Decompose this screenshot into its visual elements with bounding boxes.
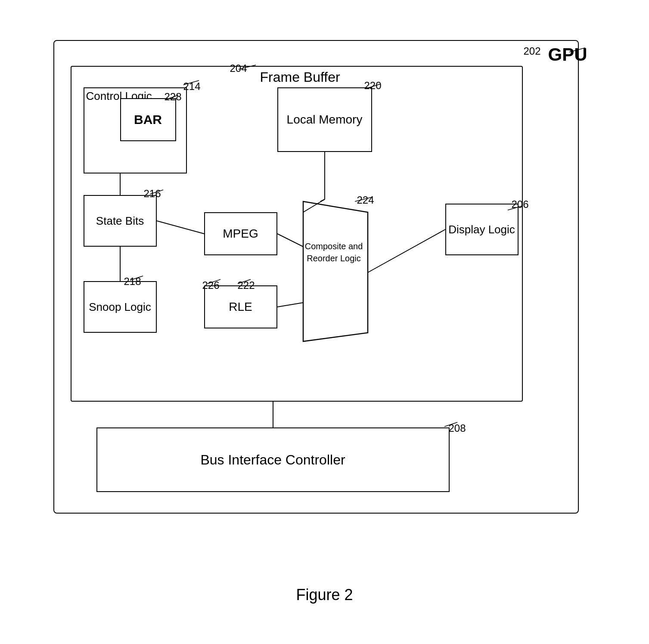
- bus-box: Bus Interface Controller: [96, 427, 450, 492]
- mpeg-box: MPEG: [204, 212, 277, 255]
- display-logic-box: Display Logic: [445, 204, 519, 255]
- bus-label: Bus Interface Controller: [200, 452, 345, 468]
- figure-caption: Figure 2: [296, 586, 353, 604]
- diagram-container: GPU 202 204 Frame Buffer Control Logic 2…: [45, 31, 605, 613]
- bus-ref: 208: [449, 422, 466, 434]
- state-bits-box: State Bits: [84, 195, 157, 247]
- local-memory-box: Local Memory: [277, 87, 372, 152]
- display-logic-ref: 206: [512, 198, 529, 211]
- local-memory-label: Local Memory: [287, 111, 363, 128]
- state-bits-ref: 216: [144, 188, 161, 200]
- composite-ref: 224: [357, 194, 374, 206]
- gpu-ref: 202: [523, 45, 540, 57]
- local-memory-ref: 220: [364, 80, 382, 92]
- snoop-ref: 218: [124, 276, 141, 288]
- snoop-logic-label: Snoop Logic: [89, 299, 151, 315]
- rle-222-ref: 222: [238, 279, 255, 291]
- state-bits-label: State Bits: [96, 213, 144, 229]
- page: GPU 202 204 Frame Buffer Control Logic 2…: [0, 0, 649, 644]
- rle-label: RLE: [229, 300, 252, 314]
- bar-ref: 228: [165, 91, 182, 103]
- frame-buffer-ref: 204: [230, 62, 247, 74]
- gpu-label: GPU: [548, 44, 587, 65]
- control-logic-ref: 214: [183, 80, 201, 93]
- frame-buffer-label: Frame Buffer: [260, 69, 340, 85]
- rle-226-ref: 226: [202, 279, 220, 291]
- snoop-logic-box: Snoop Logic: [84, 281, 157, 333]
- bar-label: BAR: [134, 112, 162, 127]
- mpeg-label: MPEG: [223, 227, 258, 241]
- bar-box: BAR: [120, 98, 176, 141]
- rle-box: RLE: [204, 285, 277, 328]
- display-logic-label: Display Logic: [448, 222, 515, 237]
